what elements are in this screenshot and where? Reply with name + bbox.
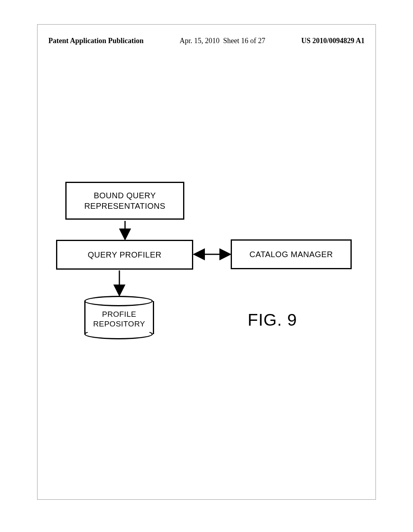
cylinder-top bbox=[84, 296, 153, 306]
figure-label: FIG. 9 bbox=[248, 310, 297, 330]
cylinder-label: PROFILE REPOSITORY bbox=[84, 310, 154, 329]
arrow-profiler-catalog-bidir bbox=[0, 0, 413, 532]
cylinder-profile-repository: PROFILE REPOSITORY bbox=[84, 297, 154, 340]
cylinder-bottom bbox=[84, 329, 153, 339]
